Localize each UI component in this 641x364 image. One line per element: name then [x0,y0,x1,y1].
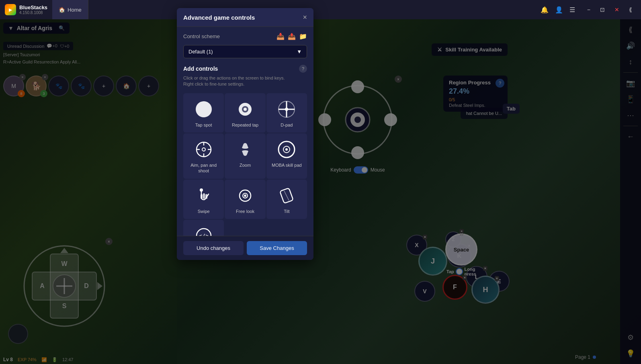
d-pad-icon [277,100,296,119]
modal-footer: Undo changes Save Changes [177,236,313,260]
add-controls-desc: Click or drag the actions on the screen … [183,75,307,88]
zoom-item[interactable]: Zoom [225,133,265,179]
control-scheme-section: Control scheme 📥 📤 📁 [183,33,307,40]
control-scheme-dropdown[interactable]: Default (1) ▼ [183,45,307,58]
modal-overlay [0,19,641,364]
svg-rect-39 [205,194,207,199]
aim-pan-shoot-item[interactable]: Aim, pan and shoot [183,133,224,179]
swipe-label: Swipe [198,209,210,214]
menu-icon[interactable]: ☰ [569,6,575,14]
expand-icon[interactable]: ⟪ [627,6,635,14]
home-label: Home [68,7,82,13]
d-pad-label: D-pad [281,122,293,128]
tap-spot-icon [194,100,213,119]
app-name: BlueStacks [19,4,47,10]
modal-title: Advanced game controls [183,14,255,21]
minimize-button[interactable]: − [585,6,593,14]
modal-header: Advanced game controls × [177,8,313,27]
add-controls-title: Add controls [183,65,218,72]
svg-rect-38 [203,193,205,199]
app-branding: ▶ BlueStacks 4.150.8.1008 [0,4,52,15]
top-bar-controls: 🔔 👤 ☰ − ⊡ ✕ ⟪ [534,6,641,14]
tilt-item[interactable]: Tilt [266,180,307,219]
svg-point-36 [285,148,288,151]
undo-button[interactable]: Undo changes [183,241,244,255]
swipe-icon [194,186,213,205]
svg-point-43 [244,194,246,197]
bell-icon[interactable]: 🔔 [541,6,549,14]
aim-pan-shoot-icon [194,140,213,159]
user-icon[interactable]: 👤 [555,6,563,14]
advanced-game-controls-modal: Advanced game controls × Control scheme … [177,8,313,260]
svg-text:</>: </> [199,233,209,236]
close-button[interactable]: ✕ [612,6,622,14]
save-button[interactable]: Save Changes [247,241,307,255]
script-icon: </> [194,226,213,236]
app-info: BlueStacks 4.150.8.1008 [19,4,47,15]
moba-skill-icon [277,140,296,159]
svg-point-29 [202,148,205,151]
modal-body-scrollable: Control scheme 📥 📤 📁 Default (1) ▼ Add c… [177,27,313,236]
moba-skill-label: MOBA skill pad [272,162,302,168]
home-icon: 🏠 [59,7,65,13]
app-version: 4.150.8.1008 [19,10,47,15]
add-controls-header: Add controls ? [183,65,307,73]
swipe-item[interactable]: Swipe [183,180,224,219]
window-controls: − ⊡ ✕ ⟪ [585,6,635,14]
svg-rect-40 [201,194,203,199]
scheme-selected-value: Default (1) [188,49,213,55]
home-tab[interactable]: 🏠 Home [52,0,88,19]
zoom-label: Zoom [240,162,251,168]
zoom-icon [236,140,255,159]
svg-line-45 [284,191,289,200]
help-button[interactable]: ? [299,65,307,73]
svg-point-27 [285,108,288,111]
repeated-tap-icon [236,100,255,119]
restore-button[interactable]: ⊡ [598,6,607,14]
tap-spot-item[interactable]: Tap spot [183,93,224,133]
control-scheme-label: Control scheme [183,33,220,39]
modal-close-btn[interactable]: × [303,14,307,21]
svg-point-23 [244,108,247,111]
repeated-tap-item[interactable]: Repeated tap [225,93,265,133]
folder-icon[interactable]: 📁 [299,33,307,40]
free-look-label: Free look [236,209,254,214]
moba-skill-item[interactable]: MOBA skill pad [266,133,307,179]
controls-grid: Tap spot Repeated tap [183,93,307,236]
top-bar: ▶ BlueStacks 4.150.8.1008 🏠 Home 🔔 👤 ☰ −… [0,0,641,19]
script-item[interactable]: </> Script [183,220,224,236]
modal-body: Control scheme 📥 📤 📁 Default (1) ▼ Add c… [177,27,313,236]
modal-header-actions: × [303,14,307,21]
tilt-icon [277,186,296,205]
dropdown-chevron-icon: ▼ [297,49,302,55]
tilt-label: Tilt [284,209,289,214]
free-look-item[interactable]: Free look [225,180,265,219]
svg-point-20 [196,101,212,117]
tap-spot-label: Tap spot [195,122,212,128]
d-pad-item[interactable]: D-pad [266,93,307,133]
export-icon[interactable]: 📤 [288,33,296,40]
import-icon[interactable]: 📥 [276,33,285,40]
scheme-action-icons: 📥 📤 📁 [276,33,307,40]
aim-pan-shoot-label: Aim, pan and shoot [186,162,221,174]
repeated-tap-label: Repeated tap [232,122,258,128]
bluestacks-logo: ▶ [5,4,16,15]
free-look-icon [236,186,255,205]
svg-point-37 [200,188,203,192]
